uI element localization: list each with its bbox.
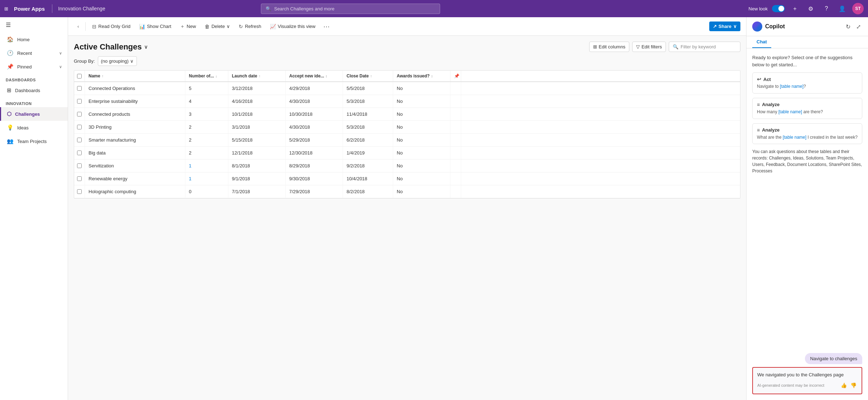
row-checkbox-8[interactable] <box>74 185 85 198</box>
row-name-3: 3D Printing <box>85 121 185 133</box>
row-number-2: 3 <box>185 108 228 120</box>
row-checkbox-6[interactable] <box>74 159 85 172</box>
col-header-number[interactable]: Number of... ↓ <box>185 71 228 81</box>
analyze-table-link-1[interactable]: [table name] <box>778 109 802 114</box>
row-accept-3: 4/30/2018 <box>286 121 343 133</box>
checkbox-row-1[interactable] <box>77 99 82 104</box>
help-icon-btn[interactable]: ? <box>821 3 832 14</box>
copilot-body: Ready to explore? Select one of the sugg… <box>747 48 868 400</box>
checkbox-row-0[interactable] <box>77 86 82 91</box>
home-icon: 🏠 <box>7 36 14 43</box>
read-only-grid-button[interactable]: ⊟ Read Only Grid <box>89 22 134 32</box>
checkbox-all[interactable] <box>77 74 82 78</box>
thumbs-down-icon[interactable]: 👎 <box>850 381 857 390</box>
row-number-7[interactable]: 1 <box>185 172 228 185</box>
back-button[interactable]: ‹ <box>74 22 82 31</box>
sidebar-collapse-btn[interactable]: ☰ <box>0 17 68 33</box>
sort-close-icon: ↑ <box>370 74 372 78</box>
row-number-6[interactable]: 1 <box>185 159 228 172</box>
refresh-button[interactable]: ↻ Refresh <box>235 22 265 32</box>
sidebar-ideas-label: Ideas <box>17 125 29 130</box>
grid-title: Active Challenges ∨ <box>74 42 148 52</box>
new-look-label: New look <box>749 6 768 11</box>
profile-icon-btn[interactable]: 👤 <box>836 3 848 14</box>
col-name-label: Name <box>89 73 100 78</box>
group-by-select[interactable]: (no grouping) ∨ <box>98 56 137 66</box>
sort-asc-icon: ↑ <box>102 74 104 78</box>
add-icon-btn[interactable]: ＋ <box>789 3 801 14</box>
avatar[interactable]: ST <box>852 3 864 14</box>
visualize-icon: 📈 <box>270 24 276 29</box>
row-awards-5: No <box>393 147 450 159</box>
copilot-tab-chat[interactable]: Chat <box>752 36 771 48</box>
select-all-checkbox[interactable] <box>74 71 85 81</box>
checkbox-row-8[interactable] <box>77 189 82 194</box>
delete-button[interactable]: 🗑 Delete ∨ <box>201 22 234 32</box>
delete-chevron-icon: ∨ <box>226 24 230 29</box>
col-header-accept-ideas[interactable]: Accept new ide... ↕ <box>286 71 343 81</box>
checkbox-row-3[interactable] <box>77 125 82 129</box>
row-extra-5 <box>450 147 461 159</box>
more-options-icon[interactable]: ⋯ <box>320 21 333 32</box>
row-checkbox-5[interactable] <box>74 147 85 159</box>
suggestion-card-analyze-1[interactable]: ≡ Analyze How many [table name] are ther… <box>752 98 862 119</box>
visualize-button[interactable]: 📈 Visualize this view <box>266 22 319 32</box>
svg-point-0 <box>755 24 760 29</box>
checkbox-row-2[interactable] <box>77 112 82 116</box>
col-header-name[interactable]: Name ↑ <box>85 71 185 81</box>
filter-keyword-input[interactable]: 🔍 Filter by keyword <box>669 42 740 52</box>
new-button[interactable]: ＋ New <box>176 21 200 32</box>
title-chevron-icon[interactable]: ∨ <box>144 44 148 50</box>
module-name: Innovation Challenge <box>58 6 105 11</box>
checkbox-row-4[interactable] <box>77 138 82 142</box>
edit-columns-button[interactable]: ⊞ Edit columns <box>589 42 629 52</box>
grid-header-actions: ⊞ Edit columns ▽ Edit filters 🔍 Filter b… <box>589 42 741 52</box>
copilot-refresh-icon[interactable]: ↻ <box>844 22 852 32</box>
row-accept-0: 4/29/2018 <box>286 82 343 95</box>
search-bar[interactable]: 🔍 Search Challenges and more <box>261 4 440 14</box>
checkbox-row-7[interactable] <box>77 176 82 181</box>
row-checkbox-1[interactable] <box>74 95 85 108</box>
table-row: Renewable energy 1 9/1/2018 9/30/2018 10… <box>74 172 740 185</box>
analyze-table-link-2[interactable]: [table name] <box>783 135 806 140</box>
sidebar-item-ideas[interactable]: 💡 Ideas <box>0 121 68 134</box>
col-header-close-date[interactable]: Close Date ↑ <box>343 71 393 81</box>
row-accept-2: 10/30/2018 <box>286 108 343 120</box>
sidebar-item-dashboards[interactable]: ⊞ Dashboards <box>0 84 68 97</box>
sidebar-item-challenges[interactable]: ⬡ Challenges <box>0 107 68 121</box>
dashboards-icon: ⊞ <box>7 87 11 94</box>
sidebar-item-recent[interactable]: 🕐 Recent ∨ <box>0 46 68 60</box>
act-table-link[interactable]: [table name] <box>780 84 803 89</box>
show-chart-button[interactable]: 📊 Show Chart <box>135 22 175 32</box>
table-row: Big data 2 12/1/2018 12/30/2018 1/4/2019… <box>74 147 740 159</box>
share-button[interactable]: ↗ Share ∨ <box>709 22 740 31</box>
new-look-toggle[interactable] <box>772 5 785 12</box>
col-header-awards[interactable]: Awards issued? ↕ <box>393 71 450 81</box>
edit-filters-button[interactable]: ▽ Edit filters <box>632 42 666 52</box>
sidebar-home-label: Home <box>17 37 30 42</box>
checkbox-row-5[interactable] <box>77 151 82 155</box>
suggestion-card-act[interactable]: ↩ Act Navigate to [table name]? <box>752 72 862 94</box>
row-checkbox-2[interactable] <box>74 108 85 120</box>
copilot-expand-icon[interactable]: ⤢ <box>855 22 862 32</box>
checkbox-row-6[interactable] <box>77 163 82 168</box>
sidebar-item-pinned[interactable]: 📌 Pinned ∨ <box>0 60 68 73</box>
pin-col-icon: 📌 <box>454 73 459 78</box>
row-accept-8: 7/29/2018 <box>286 185 343 198</box>
thumbs-up-icon[interactable]: 👍 <box>840 381 848 390</box>
row-checkbox-4[interactable] <box>74 134 85 146</box>
row-awards-7: No <box>393 172 450 185</box>
sidebar-item-home[interactable]: 🏠 Home <box>0 33 68 46</box>
grid-icon: ⊟ <box>92 24 96 29</box>
settings-icon-btn[interactable]: ⚙ <box>805 3 816 14</box>
waffle-icon[interactable]: ⊞ <box>4 6 8 11</box>
suggestion-card-analyze-2[interactable]: ≡ Analyze What are the [table name] I cr… <box>752 123 862 144</box>
row-close-2: 11/4/2018 <box>343 108 393 120</box>
row-checkbox-7[interactable] <box>74 172 85 185</box>
row-close-7: 10/4/2018 <box>343 172 393 185</box>
row-checkbox-0[interactable] <box>74 82 85 95</box>
sort-awards-icon: ↕ <box>431 74 433 78</box>
col-header-launch-date[interactable]: Launch date ↑ <box>228 71 286 81</box>
row-checkbox-3[interactable] <box>74 121 85 133</box>
sidebar-item-team-projects[interactable]: 👥 Team Projects <box>0 134 68 148</box>
